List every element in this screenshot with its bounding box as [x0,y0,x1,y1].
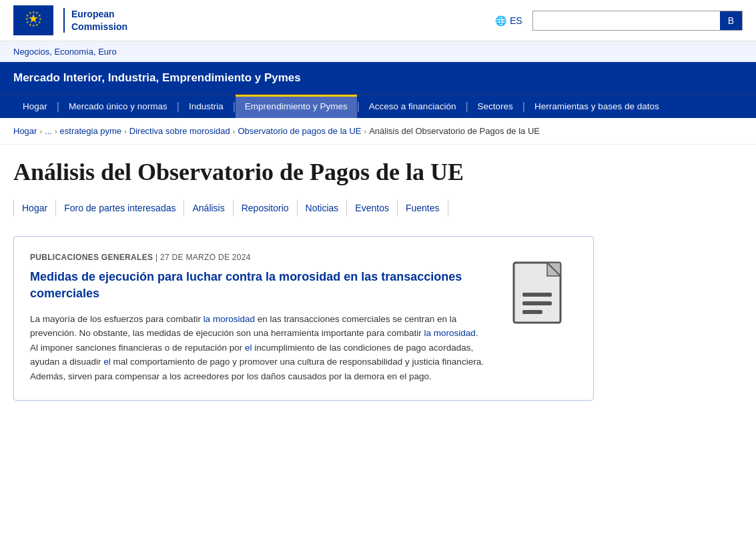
main-navigation: Hogar | Mercado único y normas | Industr… [0,94,756,118]
search-input[interactable] [533,11,720,30]
breadcrumb-estrategia[interactable]: estrategia pyme [60,126,122,136]
card-meta: PUBLICACIONES GENERALES | 27 de marzo de… [30,253,484,262]
card-body: La mayoría de los esfuerzos para combati… [30,312,484,384]
nav-item-emprendimiento[interactable]: Emprendimiento y Pymes [236,95,357,118]
search-button[interactable]: B [720,11,742,30]
card-category: PUBLICACIONES GENERALES [30,253,153,262]
site-title-bar: Mercado Interior, Industria, Emprendimie… [0,62,756,94]
commission-text: European Commission [63,8,127,32]
nav-item-industria[interactable]: Industria [179,95,233,118]
language-selector[interactable]: 🌐 ES [495,15,522,26]
card-icon-area [504,253,577,333]
subnav-repositorio[interactable]: Repositorio [234,200,298,216]
breadcrumb-chevron: › [233,127,236,135]
breadcrumb-directiva[interactable]: Directiva sobre morosidad [129,126,230,136]
nav-item-hogar[interactable]: Hogar [13,95,57,118]
nav-item-herramientas[interactable]: Herramientas y bases de datos [525,95,669,118]
nav-item-acceso[interactable]: Acceso a financiación [360,95,466,118]
highlight-el2: el [103,357,111,367]
breadcrumb-current: Análisis del Observatorio de Pagos de la… [369,126,540,136]
highlight-morosidad: la morosidad [204,314,255,324]
topic-breadcrumb: Negocios, Economía, Euro [0,41,756,62]
subnav-hogar[interactable]: Hogar [13,200,56,216]
breadcrumb-chevron: › [124,127,127,135]
breadcrumb-observatorio[interactable]: Observatorio de pagos de la UE [238,126,361,136]
svg-rect-21 [522,310,542,314]
nav-item-sectores[interactable]: Sectores [468,95,522,118]
breadcrumb: Hogar › ... › estrategia pyme › Directiv… [0,118,756,145]
document-icon [510,259,571,333]
sub-navigation: Hogar Foro de partes interesadas Análisi… [13,200,721,216]
highlight-la-morosidad: la morosidad [424,328,476,338]
globe-icon: 🌐 [495,15,506,26]
highlight-el: el [245,343,252,353]
header-right: 🌐 ES B [495,11,743,31]
page-title: Análisis del Observatorio de Pagos de la… [13,158,721,187]
breadcrumb-dots[interactable]: ... [45,126,52,136]
subnav-foro[interactable]: Foro de partes interesadas [56,200,184,216]
site-title: Mercado Interior, Industria, Emprendimie… [13,71,301,84]
breadcrumb-hogar[interactable]: Hogar [13,126,37,136]
topic-link[interactable]: Negocios, Economía, Euro [13,47,117,57]
breadcrumb-chevron: › [39,127,42,135]
card-title[interactable]: Medidas de ejecución para luchar contra … [30,269,484,302]
nav-item-mercado[interactable]: Mercado único y normas [59,95,177,118]
svg-rect-19 [522,293,552,297]
card-meta-separator: | [155,253,157,262]
subnav-fuentes[interactable]: Fuentes [398,200,448,216]
subnav-noticias[interactable]: Noticias [298,200,348,216]
page-content: Análisis del Observatorio de Pagos de la… [0,145,734,427]
site-header: ★ ★ ★ ★ ★ ★ ★ ★ ★ ★ ★ ★ ★ European Commi [0,0,756,41]
breadcrumb-chevron: › [364,127,366,135]
logo-area: ★ ★ ★ ★ ★ ★ ★ ★ ★ ★ ★ ★ ★ European Commi [13,5,127,35]
card-date: 27 de marzo de 2024 [160,253,251,262]
card-title-link[interactable]: Medidas de ejecución para luchar contra … [30,270,462,300]
subnav-analisis[interactable]: Análisis [184,200,233,216]
svg-rect-20 [522,301,552,305]
eu-flag-icon: ★ ★ ★ ★ ★ ★ ★ ★ ★ ★ ★ ★ ★ [13,5,53,35]
content-card: PUBLICACIONES GENERALES | 27 de marzo de… [13,236,594,400]
card-text-area: PUBLICACIONES GENERALES | 27 de marzo de… [30,253,484,383]
breadcrumb-chevron: › [55,127,57,135]
subnav-eventos[interactable]: Eventos [347,200,398,216]
search-bar: B [532,11,743,31]
